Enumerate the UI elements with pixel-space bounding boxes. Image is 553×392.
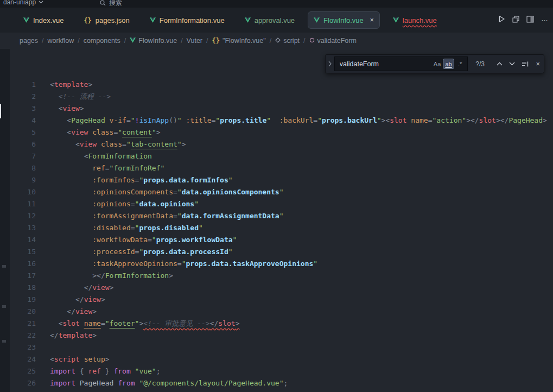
- line-number[interactable]: 1: [10, 79, 36, 91]
- find-input[interactable]: [339, 60, 431, 68]
- code-token: ></: [92, 271, 105, 280]
- code-line[interactable]: 17 ></FormInformation>: [10, 270, 553, 282]
- tab-forminformation-vue[interactable]: FormInformation.vue: [143, 8, 232, 33]
- secondary-action-button[interactable]: [512, 15, 519, 25]
- line-number[interactable]: 9: [10, 174, 36, 186]
- code-line[interactable]: 21 <slot name="footer"><!-- 审批意见 --></sl…: [10, 318, 553, 330]
- line-number[interactable]: 4: [10, 115, 36, 127]
- code-line[interactable]: 12 :formAssignmentData="data.formAssignm…: [10, 210, 553, 222]
- tab-launch-vue[interactable]: launch.vue: [386, 8, 444, 33]
- code-line[interactable]: 8 ref="formInfoRef": [10, 162, 553, 174]
- code-line[interactable]: 14 :workflowData="props.workflowData": [10, 234, 553, 246]
- close-icon[interactable]: ×: [370, 16, 374, 24]
- match-case-button[interactable]: Aa: [431, 59, 443, 69]
- line-number[interactable]: 18: [10, 282, 36, 294]
- code-line[interactable]: 22</template>: [10, 330, 553, 342]
- line-number[interactable]: 3: [10, 103, 36, 115]
- code-line[interactable]: 24<script setup>: [10, 353, 553, 365]
- line-number[interactable]: 22: [10, 330, 36, 342]
- line-number[interactable]: 15: [10, 246, 36, 258]
- code-line[interactable]: 15 :processId="props.data.processId": [10, 246, 553, 258]
- code-token: props.backUrl: [322, 116, 377, 124]
- code-token: >: [236, 319, 240, 327]
- workspace-switcher[interactable]: dan-uniapp: [3, 0, 43, 6]
- find-in-selection-button[interactable]: [519, 58, 531, 70]
- line-number[interactable]: 16: [10, 258, 36, 270]
- tab-flowinfo-vue[interactable]: FlowInfo.vue×: [308, 11, 380, 29]
- line-number[interactable]: 10: [10, 186, 36, 198]
- line-number[interactable]: 24: [10, 353, 36, 365]
- line-number[interactable]: 2: [10, 91, 36, 103]
- next-match-button[interactable]: [506, 58, 518, 70]
- breadcrumb-label: "FlowInfo.vue": [223, 37, 266, 45]
- whole-word-button[interactable]: ab: [443, 59, 454, 69]
- line-number[interactable]: 6: [10, 138, 36, 150]
- code-token: class: [92, 128, 113, 136]
- breadcrumb-item-components[interactable]: components: [84, 37, 120, 45]
- tab-index-vue[interactable]: Index.vue: [16, 8, 71, 33]
- breadcrumb-item-script[interactable]: script: [275, 37, 300, 45]
- line-number[interactable]: 8: [10, 162, 36, 174]
- code-line[interactable]: 2 <!-- 流程 -->: [10, 91, 553, 103]
- code-line[interactable]: 11 :opinions="data.opinions": [10, 198, 553, 210]
- breadcrumb-item-flowinfo-vue[interactable]: FlowInfo.vue: [130, 37, 177, 45]
- code-line[interactable]: 10 :opinionsComponents="data.opinionsCom…: [10, 186, 553, 198]
- split-editor-button[interactable]: [526, 15, 534, 25]
- line-number[interactable]: 23: [10, 342, 36, 353]
- code-line[interactable]: 3 <view>: [10, 103, 553, 115]
- code-line[interactable]: 18 </view>: [10, 282, 553, 294]
- line-number[interactable]: 20: [10, 306, 36, 318]
- code-line-content: import { ref } from "vue";: [50, 365, 161, 377]
- activity-bar[interactable]: [0, 49, 10, 392]
- line-number[interactable]: 17: [10, 270, 36, 282]
- code-line[interactable]: 13 :disabled="props.disabled": [10, 222, 553, 234]
- regex-button[interactable]: .*: [454, 59, 466, 69]
- code-token: <!-- 审批意见 -->: [143, 319, 209, 327]
- line-number[interactable]: 21: [10, 318, 36, 330]
- code-token: name: [411, 116, 428, 124]
- breadcrumb-item-pages[interactable]: pages: [20, 37, 38, 45]
- line-number[interactable]: 5: [10, 127, 36, 138]
- previous-match-button[interactable]: [493, 58, 505, 70]
- breadcrumb-item-vuter[interactable]: Vuter: [187, 37, 202, 45]
- line-number[interactable]: 12: [10, 210, 36, 222]
- breadcrumb-item--flowinfo-vue-[interactable]: {}"FlowInfo.vue": [212, 37, 266, 45]
- chevron-right-icon: [328, 61, 332, 67]
- code-line[interactable]: 23: [10, 342, 553, 353]
- code-line[interactable]: 26import PageHead from "@/components/lay…: [10, 377, 553, 389]
- code-token: [50, 188, 92, 196]
- breadcrumb-item-validateform[interactable]: validateForm: [309, 37, 357, 45]
- more-actions-button[interactable]: ···: [541, 17, 548, 23]
- code-line[interactable]: 4 <PageHead v-if="!isInApp()" :title="pr…: [10, 115, 553, 127]
- code-token: =: [173, 188, 177, 196]
- line-number[interactable]: 25: [10, 365, 36, 377]
- close-find-button[interactable]: ×: [532, 58, 544, 70]
- code-line[interactable]: 1<template>: [10, 79, 553, 91]
- line-number[interactable]: 11: [10, 198, 36, 210]
- line-number[interactable]: 26: [10, 377, 36, 389]
- code-token: ": [317, 116, 322, 124]
- toggle-replace-button[interactable]: [326, 55, 334, 73]
- code-line[interactable]: 5 <view class="content">: [10, 127, 553, 138]
- tab-pages-json[interactable]: {}pages.json: [77, 8, 136, 33]
- code-line[interactable]: 6 <view class="tab-content">: [10, 138, 553, 150]
- code-line[interactable]: 7 <FormInformation: [10, 150, 553, 162]
- line-number[interactable]: 7: [10, 150, 36, 162]
- code-token: ></: [496, 116, 508, 124]
- breadcrumb-item-workflow[interactable]: workflow: [48, 37, 74, 45]
- code-line[interactable]: 19 </view>: [10, 294, 553, 306]
- line-number[interactable]: 19: [10, 294, 36, 306]
- tab-approval-vue[interactable]: approval.vue: [238, 8, 302, 33]
- line-number[interactable]: 13: [10, 222, 36, 234]
- run-button[interactable]: [498, 15, 505, 25]
- code-line-content: ref="formInfoRef": [50, 162, 164, 174]
- code-line[interactable]: 20 </view>: [10, 306, 553, 318]
- global-search-box[interactable]: 搜索: [100, 0, 122, 8]
- code-token: content: [122, 128, 152, 136]
- code-line[interactable]: 16 :taskApproveOpinions="props.data.task…: [10, 258, 553, 270]
- code-token: [50, 140, 75, 148]
- code-line[interactable]: 25import { ref } from "vue";: [10, 365, 553, 377]
- code-area[interactable]: 1<template>2 <!-- 流程 -->3 <view>4 <PageH…: [10, 49, 553, 392]
- code-line[interactable]: 9 :formInfos="props.data.formInfos": [10, 174, 553, 186]
- line-number[interactable]: 14: [10, 234, 36, 246]
